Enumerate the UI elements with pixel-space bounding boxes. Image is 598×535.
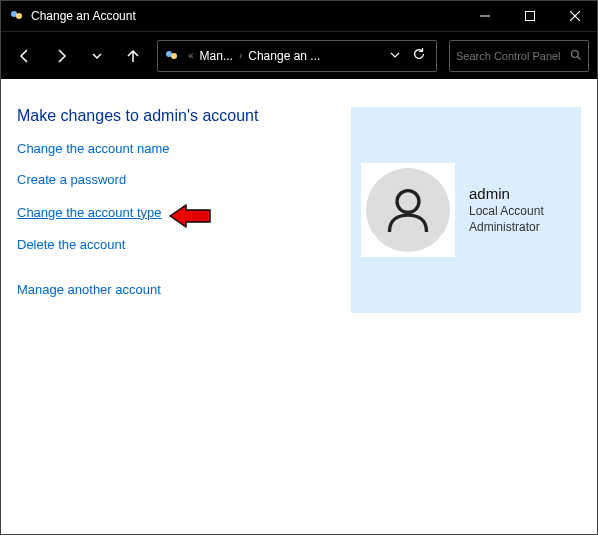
svg-point-12 <box>397 191 419 213</box>
svg-line-10 <box>578 56 581 59</box>
search-input[interactable] <box>456 50 566 62</box>
title-bar: Change an Account <box>1 1 597 31</box>
address-expand[interactable] <box>384 49 406 63</box>
link-create-password[interactable]: Create a password <box>17 172 126 187</box>
chevron-right-icon[interactable]: › <box>237 50 244 61</box>
link-delete-account[interactable]: Delete the account <box>17 237 125 252</box>
window-title: Change an Account <box>31 9 462 23</box>
breadcrumb-seg-1[interactable]: Man... <box>196 49 237 63</box>
close-button[interactable] <box>552 1 597 31</box>
link-change-name[interactable]: Change the account name <box>17 141 170 156</box>
avatar <box>361 163 455 257</box>
address-bar[interactable]: « Man... › Change an ... <box>157 40 437 72</box>
breadcrumb-seg-2[interactable]: Change an ... <box>244 49 324 63</box>
content-area: Make changes to admin's account Change t… <box>1 79 597 329</box>
user-name: admin <box>469 185 544 202</box>
svg-point-9 <box>572 50 579 57</box>
svg-point-8 <box>171 53 177 59</box>
avatar-circle <box>366 168 450 252</box>
annotation-arrow-icon <box>168 203 208 229</box>
search-box[interactable] <box>449 40 589 72</box>
link-change-type[interactable]: Change the account type <box>17 205 162 220</box>
location-icon <box>162 46 182 66</box>
recent-dropdown[interactable] <box>81 40 113 72</box>
account-card: admin Local Account Administrator <box>351 107 581 313</box>
minimize-button[interactable] <box>462 1 507 31</box>
user-role: Administrator <box>469 220 544 236</box>
user-type: Local Account <box>469 204 544 220</box>
svg-rect-3 <box>525 12 534 21</box>
svg-point-1 <box>16 13 22 19</box>
back-button[interactable] <box>9 40 41 72</box>
svg-marker-11 <box>170 205 210 227</box>
search-icon[interactable] <box>570 47 582 65</box>
page-heading: Make changes to admin's account <box>17 107 351 125</box>
refresh-button[interactable] <box>406 47 432 65</box>
up-button[interactable] <box>117 40 149 72</box>
forward-button[interactable] <box>45 40 77 72</box>
nav-bar: « Man... › Change an ... <box>1 31 597 79</box>
app-icon <box>9 8 25 24</box>
breadcrumb-prefix: « <box>186 50 196 61</box>
link-manage-another[interactable]: Manage another account <box>17 282 161 297</box>
user-icon <box>381 183 435 237</box>
maximize-button[interactable] <box>507 1 552 31</box>
